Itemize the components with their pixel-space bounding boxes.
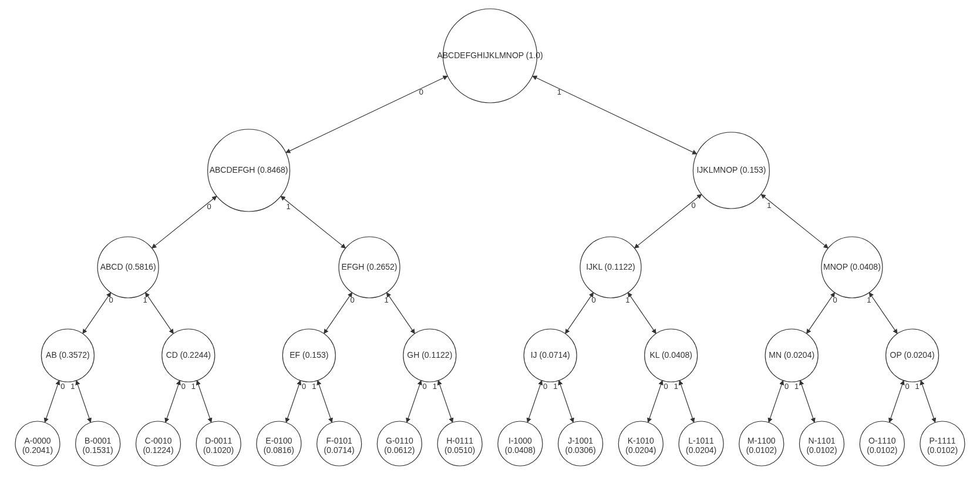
node-label: EFGH (0.2652)	[342, 262, 398, 271]
tree-node: AB (0.3572)	[41, 329, 94, 382]
node-label: ABCD (0.5816)	[100, 262, 156, 271]
tree-edge	[648, 381, 663, 422]
tree-node: I-1000(0.0408)	[498, 421, 543, 466]
tree-node: O-1110(0.0102)	[860, 421, 904, 466]
node-label: E-0100(0.0816)	[264, 436, 294, 455]
tree-edge	[807, 293, 835, 334]
edge-label: 0	[419, 88, 423, 96]
edge-label: 1	[312, 382, 316, 391]
tree-edge	[869, 293, 897, 334]
node-label: IJ (0.0714)	[531, 350, 570, 360]
node-label: H-0111(0.0510)	[444, 436, 475, 455]
tree-edge	[318, 381, 332, 422]
tree-edge	[197, 381, 211, 422]
tree-node: F-0101(0.0714)	[317, 421, 362, 466]
tree-edge	[559, 381, 574, 422]
node-label: ABCDEFGH (0.8468)	[210, 165, 288, 174]
tree-node: H-0111(0.0510)	[437, 421, 482, 466]
edge-label: 0	[181, 382, 186, 391]
edge-label: 1	[384, 296, 388, 304]
edge-label: 1	[915, 382, 920, 391]
tree-node: L-1011(0.0204)	[679, 421, 723, 466]
node-label: C-0010(0.1224)	[143, 436, 173, 455]
tree-node: M-1100(0.0102)	[739, 421, 784, 466]
node-label: L-1011(0.0204)	[686, 436, 716, 455]
tree-node: N-1101(0.0102)	[800, 421, 844, 466]
tree-node: IJ (0.0714)	[524, 329, 577, 382]
tree-edge	[166, 381, 180, 422]
edge-label: 1	[867, 296, 871, 304]
edge-label: 1	[557, 88, 561, 96]
tree-node: IJKL (0.1122)	[580, 237, 641, 298]
edge-label: 0	[691, 201, 695, 210]
node-label: EF (0.153)	[289, 350, 328, 360]
tree-node: EFGH (0.2652)	[339, 237, 400, 298]
tree-edge	[146, 293, 174, 334]
tree-node: J-1001(0.0306)	[558, 421, 603, 466]
tree-edge	[386, 293, 415, 334]
huffman-tree-diagram: 010101010101010101010101010101 ABCDEFGHI…	[0, 0, 980, 480]
node-label: GH (0.1122)	[407, 350, 452, 360]
tree-edge	[438, 381, 453, 422]
tree-edge	[45, 381, 59, 422]
edge-label: 0	[423, 382, 427, 391]
tree-node: IJKLMNOP (0.153)	[693, 132, 769, 209]
tree-node: E-0100(0.0816)	[257, 421, 301, 466]
tree-edge	[628, 293, 656, 334]
tree-node: ABCDEFGH (0.8468)	[208, 129, 290, 212]
tree-node: ABCDEFGHIJKLMNOP (1.0)	[437, 9, 543, 103]
tree-node: D-0011(0.1020)	[196, 421, 241, 466]
edge-label: 1	[767, 201, 771, 210]
node-label: KL (0.0408)	[649, 350, 692, 360]
edge-label: 1	[794, 382, 799, 391]
node-label: I-1000(0.0408)	[505, 436, 536, 455]
edge-label: 0	[109, 296, 113, 304]
node-label: J-1001(0.0306)	[565, 436, 596, 455]
edge-label: 1	[70, 382, 75, 391]
tree-node: G-0110(0.0612)	[377, 421, 422, 466]
tree-node: EF (0.153)	[282, 329, 335, 382]
node-label: N-1101(0.0102)	[806, 436, 837, 455]
tree-node: KL (0.0408)	[645, 329, 698, 382]
node-label: F-0101(0.0714)	[324, 436, 355, 455]
tree-edge	[76, 381, 91, 422]
tree-node: A-0000(0.2041)	[15, 421, 60, 466]
edge-label: 0	[207, 202, 211, 211]
node-label: MN (0.0204)	[769, 350, 814, 360]
tree-node: OP (0.0204)	[886, 329, 939, 382]
tree-node: CD (0.2244)	[162, 329, 215, 382]
node-label: P-1111(0.0102)	[927, 436, 958, 455]
tree-edge	[679, 381, 694, 422]
node-label: G-0110(0.0612)	[384, 436, 415, 455]
edge-label: 1	[286, 202, 290, 211]
node-label: IJKLMNOP (0.153)	[696, 165, 766, 174]
tree-edge	[890, 381, 904, 422]
edge-label: 0	[60, 382, 65, 391]
edge-label: 0	[591, 296, 595, 304]
tree-edge	[83, 293, 111, 334]
tree-node: P-1111(0.0102)	[920, 421, 965, 466]
node-label: D-0011(0.1020)	[203, 436, 234, 455]
node-label: K-1010(0.0204)	[625, 436, 656, 455]
edge-label: 1	[143, 296, 147, 304]
node-label: CD (0.2244)	[166, 350, 211, 360]
tree-node: ABCD (0.5816)	[97, 237, 159, 298]
tree-node: MNOP (0.0408)	[821, 237, 883, 298]
edge-label: 0	[543, 382, 547, 391]
tree-edge	[800, 381, 815, 422]
edge-label: 0	[350, 296, 354, 304]
tree-node: GH (0.1122)	[403, 329, 456, 382]
node-label: AB (0.3572)	[46, 350, 90, 360]
tree-edge	[769, 381, 783, 422]
node-label: A-0000(0.2041)	[22, 436, 53, 455]
node-label: IJKL (0.1122)	[586, 262, 635, 271]
edge-label: 0	[302, 382, 306, 391]
tree-edge	[565, 293, 594, 334]
tree-edge	[921, 381, 935, 422]
tree-node: B-0001(0.1531)	[76, 421, 120, 466]
node-label: MNOP (0.0408)	[823, 262, 881, 271]
node-label: B-0001(0.1531)	[83, 436, 113, 455]
node-label: M-1100(0.0102)	[746, 436, 777, 455]
node-label: O-1110(0.0102)	[867, 436, 897, 455]
tree-node: C-0010(0.1224)	[136, 421, 181, 466]
